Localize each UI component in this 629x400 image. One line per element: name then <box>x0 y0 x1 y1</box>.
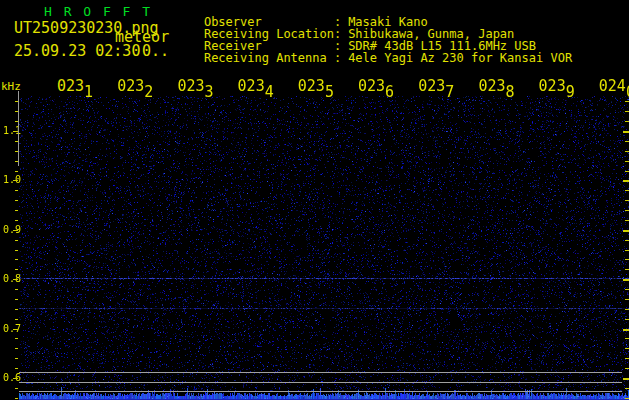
time-axis-label: 0232 <box>117 80 153 93</box>
freq-tick-right <box>625 220 629 221</box>
freq-tick-left <box>15 338 18 339</box>
freq-tick-left <box>15 398 18 399</box>
freq-tick-left <box>15 269 18 270</box>
freq-tick-right <box>625 368 629 369</box>
freq-tick-right <box>625 111 629 112</box>
freq-tick-left <box>15 299 18 300</box>
info-row: Receiving Antenna:4ele Yagi Az 230 for K… <box>175 40 572 76</box>
freq-tick-right <box>625 141 629 142</box>
freq-tick-left <box>15 309 18 310</box>
freq-tick-right <box>625 200 629 201</box>
freq-tick-left <box>13 279 18 280</box>
freq-tick-left <box>15 289 18 290</box>
level-line <box>19 382 622 383</box>
freq-tick-right <box>625 210 629 211</box>
app-title: H R O F F T <box>44 4 152 19</box>
freq-tick-left <box>13 230 18 231</box>
freq-tick-right <box>623 230 629 232</box>
freq-tick-left <box>15 358 18 359</box>
freq-tick-left <box>15 319 18 320</box>
freq-tick-right <box>625 259 629 260</box>
freq-tick-left <box>15 220 18 221</box>
info-colon: : <box>334 51 341 65</box>
freq-tick-right <box>625 299 629 300</box>
echo-count-label: 0.. <box>142 44 169 59</box>
freq-tick-left <box>15 190 18 191</box>
freq-tick-right <box>625 121 629 122</box>
freq-tick-right <box>623 180 629 182</box>
freq-tick-left <box>15 200 18 201</box>
freq-tick-right <box>623 329 629 331</box>
start-marker-line <box>18 91 19 166</box>
freq-tick-right <box>625 250 629 251</box>
freq-tick-right <box>625 319 629 320</box>
freq-tick-right <box>625 171 629 172</box>
freq-tick-left <box>13 378 18 379</box>
freq-tick-left <box>13 329 18 330</box>
freq-tick-right <box>623 378 629 380</box>
freq-tick-left <box>15 240 18 241</box>
spectrogram-canvas <box>19 96 629 400</box>
freq-tick-right <box>625 161 629 162</box>
time-axis-label: 0236 <box>358 80 394 93</box>
freq-tick-left <box>15 388 18 389</box>
freq-tick-right <box>623 279 629 281</box>
freq-tick-right <box>625 151 629 152</box>
time-axis-label: 0240 <box>599 80 629 93</box>
freq-tick-right <box>625 289 629 290</box>
freq-tick-right <box>625 240 629 241</box>
time-axis-label: 0238 <box>478 80 514 93</box>
time-axis-label: 0233 <box>177 80 213 93</box>
freq-tick-right <box>625 358 629 359</box>
freq-tick-left <box>15 348 18 349</box>
freq-tick-right <box>625 348 629 349</box>
datetime-label: 25.09.23 02:30 <box>14 44 140 59</box>
level-line <box>19 391 622 392</box>
level-line <box>19 372 622 373</box>
freq-tick-left <box>15 259 18 260</box>
freq-tick-right <box>625 190 629 191</box>
freq-tick-right <box>625 338 629 339</box>
freq-tick-right <box>625 269 629 270</box>
time-axis-label: 0235 <box>298 80 334 93</box>
freq-tick-right <box>623 131 629 133</box>
freq-tick-left <box>15 368 18 369</box>
time-axis-label: 0239 <box>539 80 575 93</box>
hrofft-screen: H R O F F T UT2509230230.png meteor 25.0… <box>0 0 629 400</box>
time-axis-label: 0234 <box>238 80 274 93</box>
freq-tick-left <box>15 250 18 251</box>
freq-tick-left <box>15 210 18 211</box>
freq-tick-left <box>15 171 18 172</box>
time-axis-label: 0231 <box>57 80 93 93</box>
info-label: Receiving Antenna <box>204 52 334 64</box>
freq-tick-right <box>625 101 629 102</box>
time-axis-label: 0237 <box>418 80 454 93</box>
freq-tick-right <box>625 398 629 399</box>
info-value: 4ele Yagi Az 230 for Kansai VOR <box>348 51 572 65</box>
freq-tick-left <box>13 180 18 181</box>
freq-tick-right <box>625 388 629 389</box>
freq-tick-right <box>625 309 629 310</box>
